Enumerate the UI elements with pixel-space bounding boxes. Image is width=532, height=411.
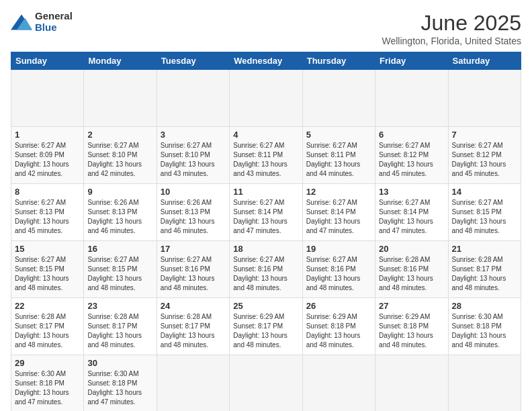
calendar-cell: 16Sunrise: 6:27 AMSunset: 8:15 PMDayligh… (84, 241, 157, 298)
cell-content: Sunrise: 6:27 AMSunset: 8:09 PMDaylight:… (15, 141, 80, 179)
cell-content: Sunrise: 6:28 AMSunset: 8:17 PMDaylight:… (452, 255, 517, 293)
day-number: 12 (306, 187, 371, 197)
calendar-cell: 21Sunrise: 6:28 AMSunset: 8:17 PMDayligh… (448, 241, 521, 298)
cell-content: Sunrise: 6:26 AMSunset: 8:13 PMDaylight:… (161, 198, 226, 236)
cell-content: Sunrise: 6:29 AMSunset: 8:18 PMDaylight:… (306, 312, 371, 350)
calendar-cell: 4Sunrise: 6:27 AMSunset: 8:11 PMDaylight… (230, 127, 302, 184)
day-header-friday: Friday (375, 52, 448, 70)
cell-content: Sunrise: 6:30 AMSunset: 8:18 PMDaylight:… (87, 369, 152, 407)
calendar-cell (84, 70, 157, 127)
day-number: 29 (15, 358, 80, 368)
day-header-wednesday: Wednesday (230, 52, 302, 70)
calendar-header-row: SundayMondayTuesdayWednesdayThursdayFrid… (11, 52, 521, 70)
calendar-cell (302, 70, 375, 127)
cell-content: Sunrise: 6:27 AMSunset: 8:15 PMDaylight:… (452, 198, 517, 236)
day-header-sunday: Sunday (11, 52, 84, 70)
day-number: 5 (306, 130, 371, 140)
logo-blue-text: Blue (35, 22, 73, 34)
week-row-6: 29Sunrise: 6:30 AMSunset: 8:18 PMDayligh… (11, 355, 521, 412)
day-number: 19 (306, 244, 371, 254)
calendar-cell: 3Sunrise: 6:27 AMSunset: 8:10 PMDaylight… (157, 127, 229, 184)
day-number: 18 (233, 244, 298, 254)
day-number: 1 (15, 130, 80, 140)
calendar-cell (230, 70, 302, 127)
day-number: 22 (15, 301, 80, 311)
day-number: 3 (161, 130, 226, 140)
calendar-cell (302, 355, 375, 412)
day-number: 15 (15, 244, 80, 254)
cell-content: Sunrise: 6:27 AMSunset: 8:14 PMDaylight:… (233, 198, 298, 236)
cell-content: Sunrise: 6:29 AMSunset: 8:17 PMDaylight:… (233, 312, 298, 350)
calendar-cell: 8Sunrise: 6:27 AMSunset: 8:13 PMDaylight… (11, 184, 84, 241)
day-number: 14 (452, 187, 517, 197)
calendar-cell: 28Sunrise: 6:30 AMSunset: 8:18 PMDayligh… (448, 298, 521, 355)
cell-content: Sunrise: 6:27 AMSunset: 8:13 PMDaylight:… (15, 198, 80, 236)
calendar-table: SundayMondayTuesdayWednesdayThursdayFrid… (11, 52, 521, 411)
calendar-cell: 17Sunrise: 6:27 AMSunset: 8:16 PMDayligh… (157, 241, 229, 298)
cell-content: Sunrise: 6:28 AMSunset: 8:16 PMDaylight:… (379, 255, 444, 293)
day-number: 13 (379, 187, 444, 197)
calendar-cell: 6Sunrise: 6:27 AMSunset: 8:12 PMDaylight… (375, 127, 448, 184)
calendar-cell: 19Sunrise: 6:27 AMSunset: 8:16 PMDayligh… (302, 241, 375, 298)
calendar-cell: 25Sunrise: 6:29 AMSunset: 8:17 PMDayligh… (230, 298, 302, 355)
week-row-4: 15Sunrise: 6:27 AMSunset: 8:15 PMDayligh… (11, 241, 521, 298)
day-number: 20 (379, 244, 444, 254)
cell-content: Sunrise: 6:27 AMSunset: 8:12 PMDaylight:… (452, 141, 517, 179)
day-header-saturday: Saturday (448, 52, 521, 70)
day-number: 9 (87, 187, 152, 197)
day-number: 26 (306, 301, 371, 311)
cell-content: Sunrise: 6:27 AMSunset: 8:14 PMDaylight:… (306, 198, 371, 236)
cell-content: Sunrise: 6:27 AMSunset: 8:15 PMDaylight:… (87, 255, 152, 293)
calendar-cell: 24Sunrise: 6:28 AMSunset: 8:17 PMDayligh… (157, 298, 229, 355)
cell-content: Sunrise: 6:26 AMSunset: 8:13 PMDaylight:… (87, 198, 152, 236)
calendar-cell: 26Sunrise: 6:29 AMSunset: 8:18 PMDayligh… (302, 298, 375, 355)
calendar-cell: 30Sunrise: 6:30 AMSunset: 8:18 PMDayligh… (84, 355, 157, 412)
calendar-cell (448, 355, 521, 412)
day-number: 11 (233, 187, 298, 197)
cell-content: Sunrise: 6:27 AMSunset: 8:12 PMDaylight:… (379, 141, 444, 179)
cell-content: Sunrise: 6:27 AMSunset: 8:16 PMDaylight:… (161, 255, 226, 293)
day-number: 25 (233, 301, 298, 311)
calendar-cell: 11Sunrise: 6:27 AMSunset: 8:14 PMDayligh… (230, 184, 302, 241)
calendar-cell: 27Sunrise: 6:29 AMSunset: 8:18 PMDayligh… (375, 298, 448, 355)
day-number: 4 (233, 130, 298, 140)
day-number: 24 (161, 301, 226, 311)
calendar-cell: 18Sunrise: 6:27 AMSunset: 8:16 PMDayligh… (230, 241, 302, 298)
day-number: 7 (452, 130, 517, 140)
day-number: 27 (379, 301, 444, 311)
calendar-cell: 2Sunrise: 6:27 AMSunset: 8:10 PMDaylight… (84, 127, 157, 184)
month-title: June 2025 (382, 11, 521, 36)
cell-content: Sunrise: 6:27 AMSunset: 8:10 PMDaylight:… (87, 141, 152, 179)
calendar-cell: 20Sunrise: 6:28 AMSunset: 8:16 PMDayligh… (375, 241, 448, 298)
week-row-5: 22Sunrise: 6:28 AMSunset: 8:17 PMDayligh… (11, 298, 521, 355)
day-header-tuesday: Tuesday (157, 52, 229, 70)
day-header-monday: Monday (84, 52, 157, 70)
day-number: 10 (161, 187, 226, 197)
calendar-cell: 12Sunrise: 6:27 AMSunset: 8:14 PMDayligh… (302, 184, 375, 241)
calendar-cell: 1Sunrise: 6:27 AMSunset: 8:09 PMDaylight… (11, 127, 84, 184)
logo-icon (11, 13, 32, 32)
week-row-1 (11, 70, 521, 127)
calendar-cell: 29Sunrise: 6:30 AMSunset: 8:18 PMDayligh… (11, 355, 84, 412)
calendar-cell: 22Sunrise: 6:28 AMSunset: 8:17 PMDayligh… (11, 298, 84, 355)
calendar-cell: 15Sunrise: 6:27 AMSunset: 8:15 PMDayligh… (11, 241, 84, 298)
cell-content: Sunrise: 6:30 AMSunset: 8:18 PMDaylight:… (452, 312, 517, 350)
cell-content: Sunrise: 6:27 AMSunset: 8:10 PMDaylight:… (161, 141, 226, 179)
header: General Blue June 2025 Wellington, Flori… (11, 11, 521, 46)
calendar-cell: 13Sunrise: 6:27 AMSunset: 8:14 PMDayligh… (375, 184, 448, 241)
cell-content: Sunrise: 6:27 AMSunset: 8:14 PMDaylight:… (379, 198, 444, 236)
day-number: 21 (452, 244, 517, 254)
cell-content: Sunrise: 6:28 AMSunset: 8:17 PMDaylight:… (161, 312, 226, 350)
location-title: Wellington, Florida, United States (382, 36, 521, 46)
cell-content: Sunrise: 6:29 AMSunset: 8:18 PMDaylight:… (379, 312, 444, 350)
day-number: 16 (87, 244, 152, 254)
logo-text: General Blue (35, 11, 73, 33)
day-number: 8 (15, 187, 80, 197)
cell-content: Sunrise: 6:28 AMSunset: 8:17 PMDaylight:… (15, 312, 80, 350)
calendar-cell: 7Sunrise: 6:27 AMSunset: 8:12 PMDaylight… (448, 127, 521, 184)
calendar-cell: 5Sunrise: 6:27 AMSunset: 8:11 PMDaylight… (302, 127, 375, 184)
calendar-cell: 10Sunrise: 6:26 AMSunset: 8:13 PMDayligh… (157, 184, 229, 241)
calendar-cell (157, 355, 229, 412)
calendar-cell (11, 70, 84, 127)
day-number: 2 (87, 130, 152, 140)
